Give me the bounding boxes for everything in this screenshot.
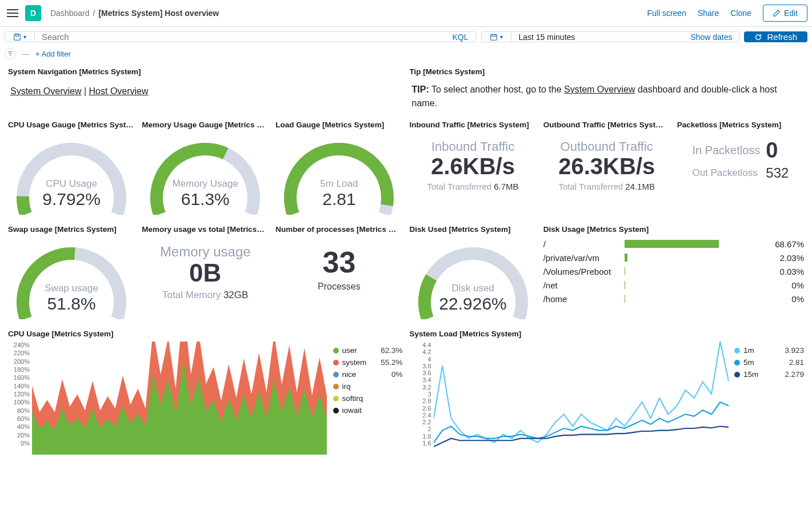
- panel-tip: Tip [Metrics System] TIP: To select anot…: [406, 65, 808, 118]
- panel-title: Inbound Traffic [Metrics System]: [410, 121, 537, 129]
- dashboard-grid: System Navigation [Metrics System] Syste…: [0, 65, 812, 460]
- legend-item[interactable]: system 55.2%: [333, 358, 403, 367]
- panel-title: CPU Usage Gauge [Metrics Syst…: [8, 121, 135, 129]
- legend-item[interactable]: 1m 3.923: [734, 346, 804, 355]
- panel-disk-usage: Disk Usage [Metrics System] / 68.67% /pr…: [540, 223, 807, 327]
- system-overview-link[interactable]: System Overview: [10, 86, 81, 96]
- panel-packetloss: Packetloss [Metrics System] In Packetlos…: [674, 118, 807, 223]
- disk-row: / 68.67%: [543, 237, 804, 251]
- tip-system-overview-link[interactable]: System Overview: [564, 85, 635, 94]
- refresh-icon: [754, 33, 762, 41]
- legend-item[interactable]: nice 0%: [333, 370, 403, 379]
- swap-gauge: Swap usage51.8%: [8, 237, 135, 323]
- panel-title: Number of processes [Metrics …: [275, 225, 402, 234]
- clone-link[interactable]: Clone: [730, 9, 751, 18]
- panel-mem-gauge: Memory Usage Gauge [Metrics … Memory Usa…: [138, 118, 272, 223]
- panel-title: Load Gauge [Metrics System]: [275, 121, 402, 129]
- panel-title: CPU Usage [Metrics System]: [8, 330, 403, 338]
- panel-cpu-usage-chart: CPU Usage [Metrics System] 240%220%200%1…: [5, 327, 406, 460]
- panel-processes: Number of processes [Metrics … 33 Proces…: [272, 223, 406, 327]
- disk-icon: [13, 33, 21, 41]
- chevron-down-icon: ▾: [500, 34, 503, 40]
- share-link[interactable]: Share: [698, 9, 719, 18]
- search-group: ▾ KQL: [5, 31, 477, 42]
- disk-row: /Volumes/Preboot 0.03%: [543, 264, 804, 278]
- system-load-chart: 4.44.243.83.63.43.232.82.62.42.221.81.6: [410, 342, 729, 456]
- panel-load-gauge: Load Gauge [Metrics System] 5m Load2.81: [272, 118, 406, 223]
- legend-item[interactable]: user 62.3%: [333, 346, 403, 355]
- svg-rect-2: [491, 34, 497, 40]
- legend-item[interactable]: softirq: [333, 394, 403, 403]
- breadcrumb: Dashboard / [Metrics System] Host overvi…: [50, 9, 219, 18]
- disk-gauge: Disk used22.926%: [410, 237, 537, 323]
- filter-options-button[interactable]: [5, 48, 16, 59]
- panel-outbound: Outbound Traffic [Metrics Syst… Outbound…: [540, 118, 674, 223]
- panel-disk-used: Disk Used [Metrics System] Disk used22.9…: [406, 223, 540, 327]
- legend-dot: [333, 360, 339, 366]
- filter-icon: [7, 51, 13, 57]
- legend-dot: [333, 408, 339, 413]
- legend-dot: [333, 384, 339, 389]
- legend-item[interactable]: irq: [333, 382, 403, 391]
- memory-gauge: Memory Usage61.3%: [142, 132, 269, 218]
- disk-row: /net 0%: [543, 278, 804, 292]
- hamburger-menu[interactable]: [5, 5, 21, 21]
- panel-sys-nav: System Navigation [Metrics System] Syste…: [5, 65, 406, 118]
- cpu-gauge: CPU Usage9.792%: [8, 132, 135, 218]
- panel-title: System Load [Metrics System]: [410, 330, 805, 338]
- legend-dot: [333, 348, 339, 354]
- panel-title: Disk Used [Metrics System]: [410, 225, 537, 234]
- date-group: ▾ Last 15 minutes Show dates: [481, 31, 739, 42]
- cpu-legend: user 62.3% system 55.2% nice 0% irq soft…: [333, 342, 403, 456]
- load-gauge: 5m Load2.81: [275, 132, 402, 218]
- panel-system-load-chart: System Load [Metrics System] 4.44.243.83…: [406, 327, 808, 460]
- panel-mem-total: Memory usage vs total [Metrics… Memory u…: [138, 223, 272, 327]
- panel-title: Memory Usage Gauge [Metrics …: [142, 121, 269, 129]
- legend-item[interactable]: 5m 2.81: [734, 358, 804, 367]
- timerange-label[interactable]: Last 15 minutes: [518, 33, 575, 42]
- host-overview-link[interactable]: Host Overview: [89, 86, 149, 96]
- breadcrumb-root[interactable]: Dashboard: [50, 9, 90, 18]
- svg-rect-1: [15, 34, 18, 36]
- query-bar: ▾ KQL ▾ Last 15 minutes Show dates Refre…: [0, 27, 812, 47]
- panel-title: Tip [Metrics System]: [410, 67, 805, 76]
- filter-row: — + Add filter: [0, 47, 812, 65]
- legend-dot: [734, 348, 740, 354]
- legend-dot: [734, 372, 740, 378]
- app-icon[interactable]: D: [25, 5, 41, 21]
- legend-dot: [333, 396, 339, 401]
- panel-title: System Navigation [Metrics System]: [8, 67, 403, 76]
- load-legend: 1m 3.923 5m 2.81 15m 2.279: [734, 342, 804, 456]
- date-quick-button[interactable]: ▾: [482, 32, 511, 42]
- kql-toggle[interactable]: KQL: [444, 32, 476, 42]
- legend-item[interactable]: 15m 2.279: [734, 370, 804, 379]
- panel-cpu-gauge: CPU Usage Gauge [Metrics Syst… CPU Usage…: [5, 118, 138, 223]
- legend-item[interactable]: iowait: [333, 406, 403, 415]
- panel-title: Memory usage vs total [Metrics…: [142, 225, 269, 234]
- disk-row: /private/var/vm 2.03%: [543, 251, 804, 264]
- panel-title: Disk Usage [Metrics System]: [543, 225, 804, 234]
- top-bar: D Dashboard / [Metrics System] Host over…: [0, 0, 812, 27]
- panel-title: Swap usage [Metrics System]: [8, 225, 135, 234]
- panel-title: Packetloss [Metrics System]: [677, 121, 804, 129]
- add-filter-link[interactable]: + Add filter: [35, 50, 71, 58]
- legend-dot: [734, 360, 740, 366]
- svg-rect-0: [14, 34, 21, 40]
- disk-row: /home 0%: [543, 292, 804, 306]
- legend-dot: [333, 372, 339, 378]
- show-dates-link[interactable]: Show dates: [690, 33, 732, 42]
- panel-title: Outbound Traffic [Metrics Syst…: [543, 121, 670, 129]
- cpu-usage-chart: 240%220%200%180%160%140%120%100%80%60%40…: [8, 342, 327, 456]
- pencil-icon: [773, 9, 781, 17]
- breadcrumb-current: [Metrics System] Host overview: [98, 9, 219, 18]
- panel-inbound: Inbound Traffic [Metrics System] Inbound…: [406, 118, 540, 223]
- refresh-button[interactable]: Refresh: [744, 31, 807, 42]
- chevron-down-icon: ▾: [23, 34, 26, 40]
- panel-swap-gauge: Swap usage [Metrics System] Swap usage51…: [5, 223, 138, 327]
- search-input[interactable]: [35, 32, 444, 42]
- calendar-icon: [490, 33, 498, 41]
- edit-button[interactable]: Edit: [763, 5, 807, 22]
- fullscreen-link[interactable]: Full screen: [647, 9, 686, 18]
- saved-query-button[interactable]: ▾: [5, 32, 35, 42]
